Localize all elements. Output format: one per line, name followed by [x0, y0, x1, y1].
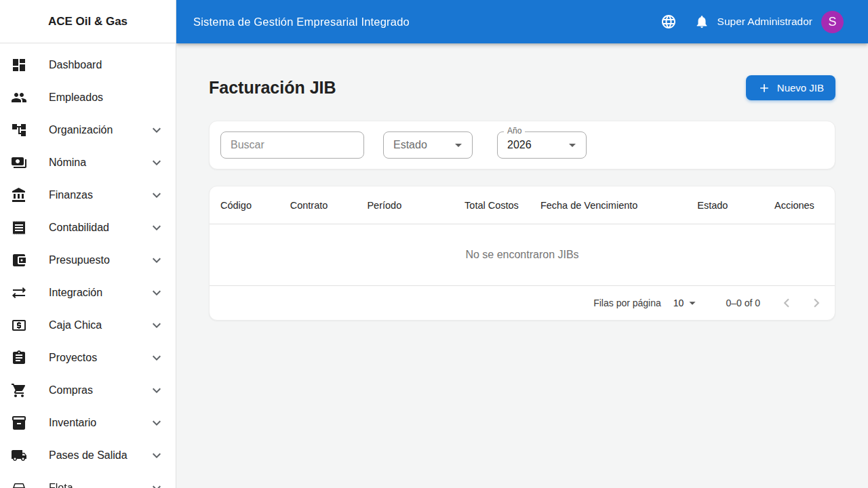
table-pagination: Filas por página 10 0–0 of 0: [210, 286, 835, 320]
globe-icon[interactable]: [660, 14, 677, 30]
arrow-drop-down-icon: [564, 137, 580, 153]
car-icon: [11, 480, 27, 488]
sidebar: ACE Oil & Gas Dashboard Empleados Organi…: [0, 0, 176, 488]
sidebar-item-label: Empleados: [49, 92, 165, 104]
sidebar-item-contabilidad[interactable]: Contabilidad: [0, 211, 176, 244]
bell-icon[interactable]: [694, 14, 709, 29]
chevron-left-icon[interactable]: [778, 294, 795, 312]
column-header-fecha-vencimiento: Fecha de Vencimiento: [519, 200, 697, 211]
app-title: Sistema de Gestión Empresarial Integrado: [193, 16, 410, 28]
pagination-range: 0–0 of 0: [726, 298, 760, 308]
search-input[interactable]: [220, 131, 364, 159]
rows-per-page-value: 10: [673, 298, 684, 308]
sidebar-item-empleados[interactable]: Empleados: [0, 81, 176, 114]
chevron-down-icon: [149, 447, 165, 464]
chevron-down-icon: [149, 122, 165, 138]
sidebar-nav: Dashboard Empleados Organización Nómina …: [0, 43, 176, 488]
dashboard-icon: [11, 57, 27, 73]
wallet-icon: [11, 252, 27, 268]
receipt-icon: [11, 220, 27, 236]
sidebar-item-pases-de-salida[interactable]: Pases de Salida: [0, 439, 176, 472]
filters-card: Estado Año 2026: [209, 121, 835, 169]
sidebar-item-label: Caja Chica: [49, 319, 149, 331]
table-header-row: Código Contrato Período Total Costos Fec…: [210, 186, 835, 224]
chevron-down-icon: [149, 252, 165, 268]
sidebar-item-dashboard[interactable]: Dashboard: [0, 49, 176, 81]
estado-select-value: Estado: [393, 139, 427, 151]
chevron-down-icon: [149, 220, 165, 236]
sidebar-item-label: Inventario: [49, 417, 149, 429]
shopping-cart-icon: [11, 382, 27, 399]
sidebar-item-compras[interactable]: Compras: [0, 374, 176, 407]
sidebar-item-presupuesto[interactable]: Presupuesto: [0, 244, 176, 277]
chevron-right-icon[interactable]: [808, 294, 825, 312]
sidebar-item-label: Presupuesto: [49, 254, 149, 266]
column-header-periodo: Período: [367, 200, 455, 211]
sidebar-item-label: Flota: [49, 482, 149, 488]
sidebar-item-flota[interactable]: Flota: [0, 472, 176, 488]
page-header: Facturación JIB Nuevo JIB: [209, 75, 835, 100]
rows-per-page-select[interactable]: 10: [673, 296, 701, 310]
cash-box-icon: [11, 317, 27, 333]
user-name: Super Administrador: [717, 16, 812, 28]
year-select[interactable]: Año 2026: [497, 131, 587, 159]
clipboard-icon: [11, 350, 27, 366]
sidebar-item-label: Finanzas: [49, 189, 149, 201]
chevron-down-icon: [149, 480, 165, 488]
chevron-down-icon: [149, 187, 165, 203]
avatar[interactable]: S: [821, 11, 844, 33]
chevron-down-icon: [149, 350, 165, 366]
sidebar-item-label: Compras: [49, 384, 149, 396]
appbar: Sistema de Gestión Empresarial Integrado…: [176, 0, 868, 43]
sync-alt-icon: [11, 285, 27, 301]
sidebar-item-label: Organización: [49, 124, 149, 136]
appbar-actions: Super Administrador S: [660, 11, 844, 33]
page-title: Facturación JIB: [209, 78, 336, 98]
sidebar-item-proyectos[interactable]: Proyectos: [0, 342, 176, 374]
sidebar-item-inventario[interactable]: Inventario: [0, 407, 176, 439]
brand: ACE Oil & Gas: [0, 0, 176, 43]
column-header-acciones: Acciones: [774, 200, 835, 211]
sidebar-item-label: Integración: [49, 287, 149, 299]
bank-icon: [11, 187, 27, 203]
jib-table: Código Contrato Período Total Costos Fec…: [209, 186, 835, 321]
rows-per-page-label: Filas por página: [593, 298, 661, 308]
empty-state-message: No se encontraron JIBs: [210, 224, 835, 286]
sidebar-item-label: Proyectos: [49, 352, 149, 364]
year-select-value: 2026: [507, 139, 532, 151]
arrow-drop-down-icon: [685, 296, 700, 310]
column-header-total-costos: Total Costos: [455, 200, 519, 211]
sidebar-item-label: Dashboard: [49, 59, 165, 71]
plus-icon: [757, 81, 771, 95]
chevron-down-icon: [149, 382, 165, 399]
sidebar-item-label: Contabilidad: [49, 222, 149, 234]
sidebar-item-label: Pases de Salida: [49, 449, 149, 462]
sidebar-item-nomina[interactable]: Nómina: [0, 146, 176, 179]
org-tree-icon: [11, 122, 27, 138]
chevron-down-icon: [149, 285, 165, 301]
chevron-down-icon: [149, 155, 165, 171]
sidebar-item-organizacion[interactable]: Organización: [0, 114, 176, 146]
truck-icon: [11, 447, 27, 464]
column-header-estado: Estado: [697, 200, 774, 211]
people-icon: [11, 89, 27, 106]
chevron-down-icon: [149, 317, 165, 333]
year-select-label: Año: [504, 126, 525, 136]
new-jib-button-label: Nuevo JIB: [777, 82, 824, 94]
sidebar-item-label: Nómina: [49, 157, 149, 169]
inventory-icon: [11, 415, 27, 431]
payments-icon: [11, 155, 27, 171]
sidebar-item-caja-chica[interactable]: Caja Chica: [0, 309, 176, 342]
estado-select[interactable]: Estado: [383, 131, 473, 159]
arrow-drop-down-icon: [450, 137, 467, 153]
sidebar-item-finanzas[interactable]: Finanzas: [0, 179, 176, 211]
column-header-contrato: Contrato: [290, 200, 368, 211]
new-jib-button[interactable]: Nuevo JIB: [746, 75, 835, 100]
chevron-down-icon: [149, 415, 165, 431]
column-header-codigo: Código: [210, 200, 290, 211]
main-content: Facturación JIB Nuevo JIB Estado Año 202…: [176, 0, 868, 321]
sidebar-item-integracion[interactable]: Integración: [0, 277, 176, 309]
